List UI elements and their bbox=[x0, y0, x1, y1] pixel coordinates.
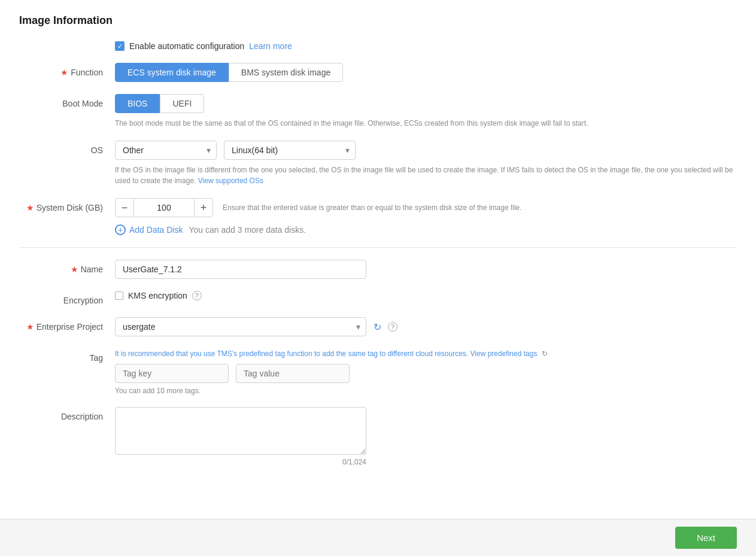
name-content bbox=[115, 260, 737, 279]
tag-key-input[interactable] bbox=[115, 364, 229, 383]
system-disk-row: ★System Disk (GB) − + Ensure that the en… bbox=[19, 198, 737, 235]
enterprise-project-row: ★Enterprise Project usergate default ↻ ? bbox=[19, 317, 737, 336]
kms-checkbox[interactable] bbox=[115, 291, 123, 300]
system-disk-content: − + Ensure that the entered value is gre… bbox=[115, 198, 737, 235]
tag-row: Tag It is recommended that you use TMS's… bbox=[19, 348, 737, 395]
tag-label: Tag bbox=[19, 348, 115, 363]
os-label: OS bbox=[19, 141, 115, 155]
tag-inputs bbox=[115, 364, 737, 383]
tag-info: It is recommended that you use TMS's pre… bbox=[115, 348, 737, 359]
enterprise-help-icon[interactable]: ? bbox=[388, 322, 397, 332]
system-disk-hint: Ensure that the entered value is greater… bbox=[223, 203, 522, 212]
footer-bar: Next bbox=[0, 519, 756, 556]
boot-mode-btn-group: BIOS UEFI bbox=[115, 94, 737, 113]
name-input[interactable] bbox=[115, 260, 366, 279]
name-label: ★Name bbox=[19, 260, 115, 274]
os-row: OS Other Windows Linux SUSE CentOS Debia… bbox=[19, 141, 737, 186]
next-button[interactable]: Next bbox=[675, 527, 737, 549]
description-count: 0/1,024 bbox=[115, 458, 366, 466]
function-label: ★Function bbox=[19, 63, 115, 77]
auto-config-label: Enable automatic configuration bbox=[129, 41, 244, 51]
auto-config-checkbox[interactable] bbox=[115, 41, 125, 51]
os-version-select[interactable]: Linux(64 bit) Linux(32 bit) bbox=[224, 141, 356, 160]
add-data-disk-hint: You can add 3 more data disks. bbox=[189, 225, 306, 235]
encryption-row: Encryption KMS encryption ? bbox=[19, 291, 737, 305]
enterprise-project-content: usergate default ↻ ? bbox=[115, 317, 737, 336]
description-label: Description bbox=[19, 407, 115, 421]
encryption-label: Encryption bbox=[19, 291, 115, 305]
tag-content: It is recommended that you use TMS's pre… bbox=[115, 348, 737, 395]
function-row: ★Function ECS system disk image BMS syst… bbox=[19, 63, 737, 82]
view-supported-os-link[interactable]: View supported OSs bbox=[198, 177, 263, 185]
description-row: Description 0/1,024 bbox=[19, 407, 737, 466]
bms-system-disk-btn[interactable]: BMS system disk image bbox=[229, 63, 343, 82]
page-title: Image Information bbox=[19, 14, 737, 27]
os-content: Other Windows Linux SUSE CentOS Debian U… bbox=[115, 141, 737, 186]
decrement-btn[interactable]: − bbox=[115, 198, 134, 217]
tag-value-input[interactable] bbox=[236, 364, 350, 383]
kms-label: KMS encryption bbox=[128, 291, 187, 300]
system-disk-input[interactable] bbox=[134, 198, 194, 217]
os-type-select-wrap: Other Windows Linux SUSE CentOS Debian U… bbox=[115, 141, 217, 160]
os-type-select[interactable]: Other Windows Linux SUSE CentOS Debian U… bbox=[115, 141, 217, 160]
boot-mode-row: Boot Mode BIOS UEFI The boot mode must b… bbox=[19, 94, 737, 129]
boot-mode-content: BIOS UEFI The boot mode must be the same… bbox=[115, 94, 737, 129]
enterprise-project-label: ★Enterprise Project bbox=[19, 317, 115, 332]
boot-mode-hint: The boot mode must be the same as that o… bbox=[115, 118, 737, 129]
uefi-btn[interactable]: UEFI bbox=[160, 94, 204, 113]
os-hint: If the OS in the image file is different… bbox=[115, 165, 737, 186]
auto-config-row: Enable automatic configuration Learn mor… bbox=[19, 41, 737, 51]
encryption-content: KMS encryption ? bbox=[115, 291, 737, 300]
divider bbox=[19, 247, 737, 248]
system-disk-stepper: − + bbox=[115, 198, 213, 217]
bios-btn[interactable]: BIOS bbox=[115, 94, 160, 113]
increment-btn[interactable]: + bbox=[194, 198, 213, 217]
function-content: ECS system disk image BMS system disk im… bbox=[115, 63, 737, 82]
enterprise-refresh-icon[interactable]: ↻ bbox=[371, 321, 383, 333]
description-content: 0/1,024 bbox=[115, 407, 737, 466]
add-disk-icon: + bbox=[115, 224, 126, 235]
tag-count: You can add 10 more tags. bbox=[115, 387, 737, 395]
form-section: ★Function ECS system disk image BMS syst… bbox=[19, 63, 737, 466]
enterprise-select[interactable]: usergate default bbox=[115, 317, 366, 336]
page-container: Image Information Enable automatic confi… bbox=[0, 0, 756, 556]
encryption-inner: KMS encryption ? bbox=[115, 291, 737, 300]
os-version-select-wrap: Linux(64 bit) Linux(32 bit) bbox=[224, 141, 356, 160]
description-textarea[interactable] bbox=[115, 407, 366, 455]
ecs-system-disk-btn[interactable]: ECS system disk image bbox=[115, 63, 229, 82]
system-disk-label: ★System Disk (GB) bbox=[19, 198, 115, 212]
boot-mode-label: Boot Mode bbox=[19, 94, 115, 108]
add-data-disk-btn[interactable]: + Add Data Disk You can add 3 more data … bbox=[115, 224, 737, 235]
add-data-disk-label: Add Data Disk bbox=[129, 225, 183, 235]
kms-help-icon[interactable]: ? bbox=[192, 291, 202, 300]
enterprise-inner: usergate default ↻ ? bbox=[115, 317, 737, 336]
enterprise-select-wrap: usergate default bbox=[115, 317, 366, 336]
os-selects: Other Windows Linux SUSE CentOS Debian U… bbox=[115, 141, 737, 160]
function-btn-group: ECS system disk image BMS system disk im… bbox=[115, 63, 737, 82]
learn-more-link[interactable]: Learn more bbox=[249, 41, 292, 51]
name-row: ★Name bbox=[19, 260, 737, 279]
auto-config-checkbox-wrap[interactable]: Enable automatic configuration bbox=[115, 41, 244, 51]
tag-refresh-icon[interactable]: ↻ bbox=[542, 350, 548, 358]
view-predefined-tags-link[interactable]: View predefined tags bbox=[470, 350, 538, 358]
